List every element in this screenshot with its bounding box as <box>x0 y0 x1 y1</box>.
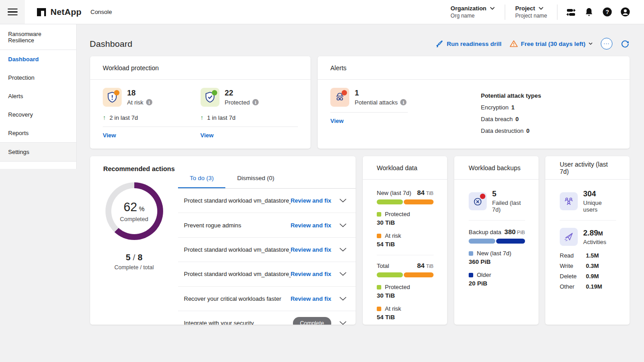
completion-caption: Completed <box>120 216 148 222</box>
failed-count: 5 <box>492 190 525 199</box>
organization-selector[interactable]: Organization Org name <box>445 5 500 19</box>
total-data-bar <box>377 272 434 277</box>
darkblue-swatch <box>469 273 473 277</box>
orange-swatch <box>377 307 381 311</box>
backup-data-heading: Backup data 380PiB <box>469 228 525 235</box>
failed-backups-block: 5 Failed (last 7d) <box>469 190 525 213</box>
action-row: Integrate with your security Complete <box>178 311 356 325</box>
header-actions: Run readiness drill Free trial (30 days … <box>436 38 630 50</box>
legend-at-risk: At risk <box>377 232 434 239</box>
sidebar-title: Ransomware Resilience <box>0 24 76 50</box>
sidebar-item-reports[interactable]: Reports <box>0 124 76 142</box>
user-avatar-icon <box>620 7 630 17</box>
info-icon[interactable]: i <box>252 99 259 105</box>
new-amount: 360 PiB <box>469 258 525 265</box>
run-readiness-drill-button[interactable]: Run readiness drill <box>436 40 502 48</box>
refresh-button[interactable] <box>621 39 630 48</box>
at-risk-view-link[interactable]: View <box>103 132 116 139</box>
legend-protected: Protected <box>377 284 434 290</box>
info-icon[interactable]: i <box>146 99 152 105</box>
complete-total-fraction: 5 / 8 <box>90 253 178 262</box>
expand-row-button[interactable] <box>338 319 348 325</box>
protected-amount: 30 TiB <box>377 219 434 226</box>
review-and-fix-link[interactable]: Review and fix <box>291 197 331 204</box>
account-button[interactable] <box>616 3 634 21</box>
failed-label: Failed (last 7d) <box>492 199 525 213</box>
new-backup-bar-segment <box>469 239 495 244</box>
project-selector[interactable]: Project Project name <box>510 5 553 19</box>
sidebar-item-dashboard[interactable]: Dashboard <box>0 50 76 68</box>
workload-data-title: Workload data <box>363 156 447 180</box>
review-and-fix-link[interactable]: Review and fix <box>291 295 331 302</box>
at-risk-block: 18 At risk i ↑ 2 in last 7d View <box>103 88 201 139</box>
expand-row-button[interactable] <box>338 222 348 229</box>
chevron-down-icon <box>339 297 347 301</box>
sidebar-item-alerts[interactable]: Alerts <box>0 87 76 105</box>
workload-protection-title: Workload protection <box>90 56 311 80</box>
protected-view-link[interactable]: View <box>201 132 214 139</box>
review-and-fix-link[interactable]: Review and fix <box>291 222 331 229</box>
sidebar-item-settings[interactable]: Settings <box>0 142 76 162</box>
complete-button[interactable]: Complete <box>293 317 332 325</box>
page-title: Dashboard <box>90 39 132 49</box>
tab-todo[interactable]: To do (3) <box>178 169 225 188</box>
sidebar-item-recovery[interactable]: Recovery <box>0 105 76 124</box>
alerts-card: Alerts 1 <box>318 56 630 149</box>
expand-row-button[interactable] <box>338 270 348 278</box>
chevron-down-icon <box>490 7 495 10</box>
at-risk-bar-segment <box>404 272 434 277</box>
more-options-button[interactable]: ... <box>601 38 612 50</box>
help-button[interactable]: ? <box>598 3 616 21</box>
protected-tile <box>201 88 219 107</box>
sidebar-item-protection[interactable]: Protection <box>0 68 76 87</box>
protected-bar-segment <box>377 199 403 204</box>
failed-backups-tile <box>469 192 487 210</box>
attack-types-title: Potential attack types <box>481 92 541 99</box>
workload-backups-title: Workload backups <box>454 156 539 180</box>
netapp-logo: NetApp <box>37 0 82 24</box>
brand-name: NetApp <box>50 7 82 17</box>
recommended-actions-card: Recommended actions 62 % Completed 5 / 8… <box>90 156 356 325</box>
divider <box>201 127 298 127</box>
sidebar: Ransomware Resilience Dashboard Protecti… <box>0 24 77 169</box>
legend-older: Older <box>469 272 525 278</box>
notifications-button[interactable] <box>580 3 598 21</box>
expand-row-button[interactable] <box>338 246 348 253</box>
expand-row-button[interactable] <box>338 197 348 204</box>
green-swatch <box>377 285 381 290</box>
workspace-switcher-button[interactable] <box>562 3 580 21</box>
unique-users-tile <box>560 192 578 210</box>
chevron-down-icon <box>339 272 347 276</box>
expand-row-button[interactable] <box>338 295 348 303</box>
potential-attacks-tile <box>330 88 349 107</box>
organization-label: Organization <box>451 5 486 12</box>
backup-data-bar <box>469 239 525 244</box>
unique-users-block: 304 Unique users <box>560 190 616 213</box>
help-icon: ? <box>602 7 612 17</box>
info-icon[interactable]: i <box>400 99 406 105</box>
at-risk-label: At risk <box>127 99 143 106</box>
user-activity-card: User activity (last 7d) 304 Unique users <box>545 156 630 325</box>
bell-icon <box>584 7 594 17</box>
alerts-view-link[interactable]: View <box>330 118 343 124</box>
send-plane-icon <box>563 231 574 242</box>
workload-data-card: Workload data New (last 7d) 84TiB Protec… <box>363 156 447 325</box>
actions-tabs: To do (3) Dismissed (0) <box>178 169 356 189</box>
chevron-down-icon <box>339 321 347 325</box>
tab-dismissed[interactable]: Dismissed (0) <box>225 169 286 188</box>
hamburger-menu-button[interactable] <box>0 0 25 24</box>
review-and-fix-link[interactable]: Review and fix <box>291 246 331 253</box>
at-risk-amount: 54 TiB <box>377 314 434 321</box>
potential-attacks-block: 1 Potential attacks i View <box>330 88 408 125</box>
divider <box>557 5 557 20</box>
failed-badge <box>480 194 485 199</box>
warning-icon <box>510 40 518 47</box>
breakdown-row: Read1.5M <box>560 252 616 259</box>
review-and-fix-link[interactable]: Review and fix <box>291 271 331 277</box>
divider <box>103 127 201 127</box>
at-risk-trend: ↑ 2 in last 7d <box>103 114 201 121</box>
top-bar: NetApp Console Organization Org name Pro… <box>0 0 644 24</box>
potential-attacks-value: 1 <box>355 89 406 98</box>
chevron-down-icon <box>539 7 544 10</box>
free-trial-dropdown[interactable]: Free trial (30 days left) <box>510 40 593 47</box>
